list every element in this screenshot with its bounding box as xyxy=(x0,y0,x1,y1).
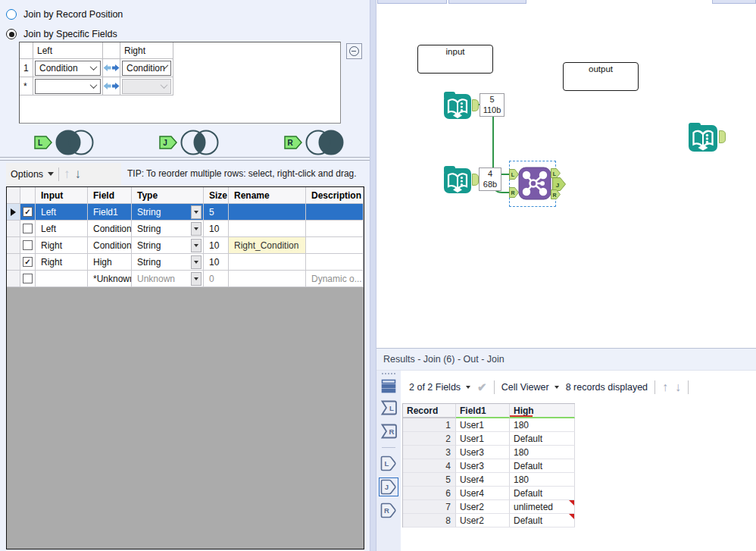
grid-row[interactable]: 3 User3 180 xyxy=(403,446,574,459)
type-dropdown-button[interactable] xyxy=(191,272,201,286)
checkbox-unchecked[interactable] xyxy=(23,240,33,250)
cell-viewer-dropdown[interactable]: Cell Viewer xyxy=(501,382,559,393)
cell-field1[interactable]: User4 xyxy=(456,473,510,487)
join-tool[interactable] xyxy=(518,167,551,200)
cell-high[interactable]: Default xyxy=(510,432,575,446)
grid-row[interactable]: 5 User4 180 xyxy=(403,473,574,487)
cell-field1[interactable]: User1 xyxy=(456,432,510,446)
cell-description[interactable] xyxy=(306,254,364,271)
cell-field1[interactable]: User1 xyxy=(456,418,510,432)
checkbox-checked[interactable]: ✓ xyxy=(23,257,33,267)
cell-high[interactable]: 180 xyxy=(510,418,575,432)
cell-input[interactable]: Right xyxy=(36,254,88,271)
cell-rename[interactable] xyxy=(229,254,306,271)
grid-header-field1[interactable]: Field1 xyxy=(456,404,510,418)
workflow-canvas[interactable]: input output xyxy=(376,0,756,348)
cell-record[interactable]: 2 xyxy=(403,432,456,446)
cell-high-flagged[interactable]: unlimeted xyxy=(510,500,575,514)
cell-type[interactable]: String xyxy=(132,237,204,254)
row-checkbox-cell[interactable]: ✓ xyxy=(20,254,36,271)
row-marker[interactable] xyxy=(7,237,20,254)
venn-inner-join[interactable]: J xyxy=(159,127,222,158)
swap-arrows[interactable] xyxy=(103,59,120,77)
annotation-tool1[interactable]: 5 110b xyxy=(480,93,505,117)
cell-description[interactable] xyxy=(306,237,364,254)
cell-record[interactable]: 1 xyxy=(403,418,456,432)
cell-field[interactable]: Condition xyxy=(88,237,132,254)
right-key-dropdown[interactable]: Condition xyxy=(122,61,171,76)
radio-icon[interactable] xyxy=(6,9,17,20)
cell-field1[interactable]: User4 xyxy=(456,487,510,500)
cell-size[interactable]: 10 xyxy=(204,254,229,271)
grid-header-high[interactable]: High xyxy=(510,404,575,418)
cell-rename[interactable] xyxy=(229,221,306,237)
type-dropdown-button[interactable] xyxy=(191,222,201,236)
row-checkbox-cell[interactable] xyxy=(20,271,36,287)
radio-icon-selected[interactable] xyxy=(6,29,17,39)
output-join-anchor-selected[interactable]: J xyxy=(379,477,398,496)
cell-high[interactable]: Default xyxy=(510,487,575,500)
cell-size[interactable]: 0 xyxy=(204,271,229,287)
cell-field[interactable]: Condition xyxy=(88,221,132,237)
cell-description[interactable]: Dynamic o... xyxy=(306,271,364,287)
grid-row[interactable]: 2 User1 Default xyxy=(403,432,574,446)
checkbox-unchecked[interactable] xyxy=(23,224,33,233)
left-key-dropdown-empty[interactable] xyxy=(35,79,101,94)
arrow-left-icon[interactable] xyxy=(104,83,111,89)
output-left-anchor-button[interactable]: L xyxy=(380,455,398,472)
grid-row[interactable]: 1 User1 180 xyxy=(403,418,574,432)
left-key-dropdown[interactable]: Condition xyxy=(35,61,101,76)
cell-rename[interactable] xyxy=(229,204,306,221)
row-checkbox-cell[interactable] xyxy=(20,221,36,237)
cell-description[interactable] xyxy=(306,221,364,237)
arrow-right-icon[interactable] xyxy=(112,64,120,71)
cell-field[interactable]: High xyxy=(88,254,132,271)
cell-record[interactable]: 4 xyxy=(403,459,456,473)
cell-field[interactable]: *Unknown xyxy=(88,271,132,287)
panel-splitter[interactable] xyxy=(370,0,376,551)
row-marker[interactable] xyxy=(7,254,20,271)
cell-size[interactable]: 5 xyxy=(204,204,229,221)
swap-arrows[interactable] xyxy=(103,77,120,95)
cell-input[interactable]: Left xyxy=(36,221,88,237)
radio-join-by-specific-fields[interactable]: Join by Specific Fields xyxy=(6,27,117,41)
output-join-anchor-button[interactable]: J xyxy=(380,478,398,496)
type-dropdown-button[interactable] xyxy=(191,239,201,252)
cell-field[interactable]: Field1 xyxy=(88,204,132,221)
cell-high[interactable]: 180 xyxy=(510,473,575,487)
cell-record[interactable]: 6 xyxy=(403,487,456,500)
tool1-output-anchor[interactable] xyxy=(472,99,479,111)
cell-rename[interactable] xyxy=(229,271,306,287)
cell-record[interactable]: 3 xyxy=(403,446,456,459)
cell-size[interactable]: 10 xyxy=(204,237,229,254)
input-right-anchor-button[interactable]: R xyxy=(380,422,398,440)
move-down-button[interactable]: ↓ xyxy=(75,167,82,180)
cell-type[interactable]: Unknown xyxy=(132,271,204,287)
cell-high-flagged[interactable]: Default xyxy=(510,514,575,528)
move-up-button[interactable]: ↑ xyxy=(64,167,70,180)
arrow-left-icon[interactable] xyxy=(104,64,111,71)
cell-type[interactable]: String xyxy=(132,221,204,237)
text-input-tool-1[interactable] xyxy=(443,91,472,120)
cell-record[interactable]: 7 xyxy=(403,500,456,514)
type-dropdown-button[interactable] xyxy=(191,205,201,219)
cell-description[interactable] xyxy=(306,204,364,221)
grid-row[interactable]: 4 User3 Default xyxy=(403,459,574,473)
cell-field1[interactable]: User3 xyxy=(456,446,510,459)
tool2-output-anchor[interactable] xyxy=(472,174,479,186)
cell-field1[interactable]: User2 xyxy=(456,500,510,514)
venn-left-join[interactable]: L xyxy=(34,127,97,158)
apply-check-icon[interactable]: ✔ xyxy=(477,380,487,394)
arrow-right-icon[interactable] xyxy=(112,83,120,89)
row-checkbox-cell[interactable]: ✓ xyxy=(20,204,36,221)
row-checkbox-cell[interactable] xyxy=(20,237,36,254)
cell-input[interactable]: Left xyxy=(36,204,88,221)
cell-high[interactable]: Default xyxy=(510,459,575,473)
grid-row[interactable]: 7 User2 unlimeted xyxy=(403,500,574,514)
tool3-output-anchor[interactable] xyxy=(719,130,726,143)
scroll-up-button[interactable]: ↑ xyxy=(662,380,668,394)
grid-row[interactable]: 8 User2 Default xyxy=(403,514,574,528)
cell-rename-highlighted[interactable]: Right_Condition xyxy=(229,237,306,254)
grid-header-record[interactable]: Record xyxy=(403,404,456,418)
scroll-down-button[interactable]: ↓ xyxy=(675,380,681,394)
